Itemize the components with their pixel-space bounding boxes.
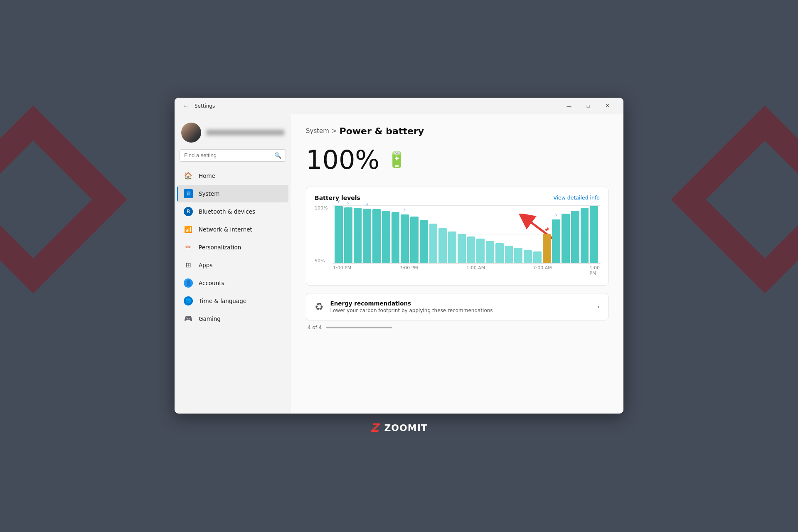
lightning-icon: ⚡ <box>337 200 340 204</box>
chart-bar: ⚡ <box>401 214 409 263</box>
x-axis-label: 1:00 PM <box>589 265 600 276</box>
sidebar-item-personalization[interactable]: ✏Personalization <box>177 239 288 256</box>
energy-chevron-icon: › <box>597 303 600 310</box>
system-icon: 🖥 <box>184 189 193 198</box>
brand-name: ZOOMIT <box>384 423 427 433</box>
breadcrumb: System > Power & battery <box>306 126 608 136</box>
chart-bar <box>382 211 390 263</box>
lightning-icon: ⚡ <box>555 213 558 217</box>
brand-logo: Z <box>370 421 379 435</box>
y-label-50: 50% <box>315 258 328 264</box>
breadcrumb-parent[interactable]: System <box>306 127 329 135</box>
apps-label: Apps <box>199 262 212 268</box>
time-icon: 🌐 <box>184 296 193 305</box>
user-section <box>175 119 291 149</box>
sidebar-item-system[interactable]: 🖥System <box>177 185 288 202</box>
sidebar-item-accounts[interactable]: 👤Accounts <box>177 274 288 292</box>
chart-bar: 📌 <box>543 234 551 263</box>
titlebar: ← Settings — □ ✕ <box>175 98 623 114</box>
energy-text: Energy recommendations Lower your carbon… <box>330 300 591 313</box>
sidebar-item-bluetooth[interactable]: BBluetooth & devices <box>177 203 288 220</box>
personalization-icon: ✏ <box>184 243 193 252</box>
energy-card[interactable]: ♻ Energy recommendations Lower your carb… <box>306 293 608 320</box>
avatar-image <box>181 123 201 143</box>
sidebar-item-time[interactable]: 🌐Time & language <box>177 292 288 310</box>
chart-bar <box>392 212 400 263</box>
network-label: Network & internet <box>199 226 252 233</box>
minimize-button[interactable]: — <box>559 99 579 113</box>
chart-bars-area: ⚡⚡⚡⚡📌⚡ <box>333 205 600 264</box>
energy-title: Energy recommendations <box>330 300 591 307</box>
settings-window: ← Settings — □ ✕ 🔍 🏠Home🖥SystemBB <box>175 98 623 414</box>
apps-icon: ⊞ <box>184 261 193 270</box>
window-title: Settings <box>195 103 215 109</box>
network-icon: 📶 <box>184 225 193 234</box>
personalization-label: Personalization <box>199 244 241 251</box>
chart-bar <box>581 208 589 263</box>
chart-bar <box>476 239 485 263</box>
close-button[interactable]: ✕ <box>598 99 617 113</box>
chart-bar <box>524 250 532 263</box>
y-label-100: 100% <box>315 205 328 211</box>
chart-bar: ⚡ <box>344 207 352 263</box>
energy-description: Lower your carbon footprint by applying … <box>330 308 591 313</box>
x-axis-label: 7:00 PM <box>400 265 418 271</box>
gridline-top <box>333 205 600 206</box>
chart-bar <box>458 234 466 263</box>
chart-bar <box>571 211 579 263</box>
battery-icon: 🔋 <box>387 150 406 169</box>
sidebar-item-gaming[interactable]: 🎮Gaming <box>177 310 288 328</box>
x-axis-label: 1:00 AM <box>466 265 485 271</box>
nav-container: 🏠Home🖥SystemBBluetooth & devices📶Network… <box>175 167 291 328</box>
user-name <box>206 130 284 135</box>
page-indicator: 4 of 4 <box>306 325 608 330</box>
window-controls: — □ ✕ <box>559 99 617 113</box>
gaming-label: Gaming <box>199 315 221 322</box>
chart-bar <box>410 217 419 263</box>
chart-bar <box>590 206 598 263</box>
battery-percentage: 100% <box>306 145 379 175</box>
lightning-icon: ⚡ <box>366 202 369 207</box>
chart-bar: ⚡ <box>335 206 343 263</box>
bluetooth-label: Bluetooth & devices <box>199 208 255 215</box>
home-icon: 🏠 <box>184 171 193 180</box>
main-layout: 🔍 🏠Home🖥SystemBBluetooth & devices📶Netwo… <box>175 114 623 414</box>
avatar <box>181 123 201 143</box>
chart-bar <box>429 224 438 263</box>
chart-bar <box>354 208 362 263</box>
branding: Z ZOOMIT <box>370 421 428 435</box>
time-label: Time & language <box>199 298 246 304</box>
view-detailed-link[interactable]: View detailed info <box>553 195 600 201</box>
search-input[interactable] <box>184 152 271 158</box>
battery-chart-section: Battery levels View detailed info <box>306 187 608 286</box>
content-area: System > Power & battery 100% 🔋 Battery … <box>291 114 623 414</box>
chart-bar <box>467 236 475 263</box>
chart-bar <box>438 228 447 263</box>
bluetooth-icon: B <box>184 207 193 216</box>
chart-bar <box>420 220 428 263</box>
lightning-icon: ⚡ <box>404 208 406 212</box>
chart-bar <box>505 246 513 263</box>
chart-bar <box>448 232 456 263</box>
sidebar-item-home[interactable]: 🏠Home <box>177 167 288 185</box>
chart-bar <box>533 251 542 263</box>
back-button[interactable]: ← <box>181 102 191 110</box>
chart-bar: ⚡ <box>363 209 371 263</box>
sidebar-item-apps[interactable]: ⊞Apps <box>177 256 288 274</box>
battery-display: 100% 🔋 <box>306 145 608 175</box>
chart-bar <box>562 214 570 263</box>
page-count: 4 of 4 <box>308 325 322 330</box>
maximize-button[interactable]: □ <box>579 99 598 113</box>
search-box[interactable]: 🔍 <box>180 149 286 162</box>
chart-y-labels: 100% 50% <box>315 205 328 264</box>
energy-icon: ♻ <box>315 301 324 313</box>
sidebar-item-network[interactable]: 📶Network & internet <box>177 221 288 238</box>
lightning-icon: ⚡ <box>347 201 350 205</box>
x-axis-label: 7:00 AM <box>533 265 552 271</box>
home-label: Home <box>199 172 215 179</box>
breadcrumb-current: Power & battery <box>340 126 424 136</box>
system-label: System <box>199 190 219 197</box>
chart-bar <box>495 243 504 263</box>
gaming-icon: 🎮 <box>184 314 193 323</box>
x-axis-label: 1:00 PM <box>333 265 351 271</box>
